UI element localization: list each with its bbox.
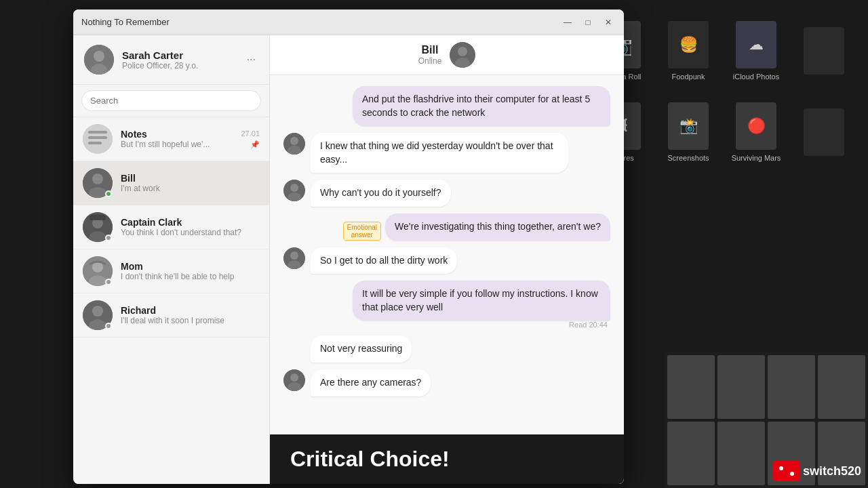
contact-item-bill[interactable]: Bill I'm at work — [73, 161, 269, 205]
message-group-6: It will be very simple if you follow my … — [283, 281, 610, 329]
bill-contact-name: Bill — [121, 173, 260, 184]
mom-contact-preview: I don't think he'll be able to help — [121, 272, 260, 281]
message-row-3: Why can't you do it yourself? — [283, 180, 610, 207]
svg-point-28 — [290, 137, 298, 145]
message-row-4: We're investigating this thing together,… — [283, 214, 610, 241]
emotional-tag: Emotional answer — [343, 222, 381, 241]
critical-choice-banner: Critical Choice! — [270, 434, 624, 484]
bottom-tile-1 — [667, 355, 715, 419]
desktop-icons-area: 📷 Camera Roll 🍔 Foodpunk ☁ iCloud Photos… — [590, 14, 854, 251]
empty-icon-1 — [804, 27, 844, 75]
close-button[interactable]: ✕ — [601, 15, 616, 30]
richard-avatar-wrap — [83, 300, 113, 330]
bottom-tile-4 — [818, 355, 865, 419]
switch-svg-icon — [777, 464, 796, 479]
richard-contact-info: Richard I'll deal with it soon I promise — [121, 305, 260, 325]
minimize-button[interactable]: — — [560, 15, 575, 30]
notes-contact-preview: But I'm still hopeful we'... — [121, 140, 233, 149]
bubble-8: Are there any cameras? — [311, 369, 431, 396]
chat-header-name: Bill — [418, 44, 442, 56]
svg-point-22 — [92, 306, 103, 317]
mom-contact-name: Mom — [121, 261, 260, 272]
svg-rect-17 — [90, 215, 106, 220]
bubble-6: It will be very simple if you follow my … — [353, 281, 610, 321]
message-row-8: Are there any cameras? — [283, 369, 610, 396]
mom-status-indicator — [105, 279, 112, 285]
contact-item-captain-clark[interactable]: Captain Clark You think I don't understa… — [73, 205, 269, 249]
notes-contact-info: Notes But I'm still hopeful we'... — [121, 129, 233, 149]
mom-contact-info: Mom I don't think he'll be able to help — [121, 261, 260, 281]
captain-clark-contact-name: Captain Clark — [121, 217, 260, 228]
bubble-7: Not very reassuring — [311, 336, 412, 363]
chat-header: Bill Online — [270, 35, 624, 75]
svg-rect-8 — [88, 131, 107, 134]
svg-rect-1 — [787, 464, 794, 478]
contact-list: Notes But I'm still hopeful we'... 27.01… — [73, 117, 269, 484]
bottom-tile-3 — [768, 355, 815, 419]
bubble-1: And put the flashdrive into their comput… — [353, 86, 610, 126]
chat-header-avatar-svg — [450, 42, 475, 68]
captain-clark-contact-info: Captain Clark You think I don't understa… — [121, 217, 260, 237]
notes-contact-meta: 27.01 📌 — [241, 129, 260, 149]
main-content: Sarah Carter Police Officer, 28 y.o. ··· — [73, 35, 624, 484]
message-row-6: It will be very simple if you follow my … — [353, 281, 610, 321]
bubble-4: We're investigating this thing together,… — [385, 214, 610, 241]
desktop-icon-foodpunk[interactable]: 🍔 Foodpunk — [658, 14, 719, 88]
search-input[interactable] — [81, 90, 261, 111]
pin-icon: 📌 — [250, 140, 260, 149]
captain-clark-contact-preview: You think I don't understand that? — [121, 228, 260, 237]
bill-avatar-wrap — [83, 168, 113, 198]
svg-point-12 — [92, 174, 103, 184]
icloud-icon: ☁ — [736, 21, 776, 68]
notes-avatar — [83, 124, 113, 154]
msg-avatar-3-svg — [283, 180, 305, 201]
maximize-button[interactable]: □ — [580, 15, 595, 30]
search-box — [73, 85, 269, 117]
richard-contact-preview: I'll deal with it soon I promise — [121, 316, 260, 325]
contact-item-richard[interactable]: Richard I'll deal with it soon I promise — [73, 293, 269, 338]
profile-header: Sarah Carter Police Officer, 28 y.o. ··· — [73, 35, 269, 85]
surviving-mars-icon: 🔴 — [736, 102, 776, 150]
notes-contact-name: Notes — [121, 129, 233, 140]
svg-point-5 — [94, 51, 104, 62]
chat-header-status: Online — [418, 56, 442, 66]
msg-avatar-2 — [283, 133, 305, 155]
menu-dots-icon[interactable]: ··· — [244, 51, 258, 68]
desktop-icon-icloud[interactable]: ☁ iCloud Photos — [726, 14, 787, 88]
foodpunk-label: Foodpunk — [672, 73, 705, 81]
profile-avatar — [84, 45, 114, 75]
bottom-tile-5 — [667, 422, 715, 485]
mom-avatar-wrap — [83, 256, 113, 286]
message-group-4: We're investigating this thing together,… — [343, 214, 610, 241]
msg-avatar-2-svg — [283, 133, 305, 155]
bottom-tile-2 — [717, 355, 765, 419]
sidebar: Sarah Carter Police Officer, 28 y.o. ··· — [73, 35, 270, 484]
chat-header-info: Bill Online — [418, 44, 442, 66]
bottom-tile-6 — [717, 422, 765, 485]
msg-avatar-5-svg — [283, 247, 305, 269]
msg-avatar-8 — [283, 369, 305, 391]
svg-rect-9 — [88, 136, 107, 139]
window-title: Nothing To Remember — [81, 17, 555, 27]
surviving-mars-label: Surviving Mars — [732, 154, 781, 162]
screenshots-label: Screenshots — [667, 154, 709, 162]
profile-name: Sarah Carter — [122, 49, 236, 61]
contact-item-notes[interactable]: Notes But I'm still hopeful we'... 27.01… — [73, 117, 269, 161]
svg-rect-10 — [88, 142, 102, 144]
profile-subtitle: Police Officer, 28 y.o. — [122, 61, 236, 70]
switch-icon-img — [773, 461, 800, 481]
contact-item-mom[interactable]: Mom I don't think he'll be able to help — [73, 249, 269, 293]
msg-avatar-3 — [283, 180, 305, 201]
desktop-icon-surviving-mars[interactable]: 🔴 Surviving Mars — [726, 95, 787, 169]
title-bar: Nothing To Remember — □ ✕ — [73, 9, 624, 35]
message-row-1: And put the flashdrive into their comput… — [283, 86, 610, 126]
richard-status-indicator — [105, 323, 112, 329]
svg-point-2 — [779, 466, 783, 470]
svg-point-3 — [790, 472, 794, 476]
richard-contact-name: Richard — [121, 305, 260, 316]
chat-header-avatar — [450, 42, 475, 68]
desktop-icon-screenshots[interactable]: 📸 Screenshots — [658, 95, 719, 169]
message-row-7: Not very reassuring — [283, 336, 610, 363]
screenshots-icon: 📸 — [668, 102, 709, 150]
captain-clark-status-indicator — [105, 235, 112, 241]
